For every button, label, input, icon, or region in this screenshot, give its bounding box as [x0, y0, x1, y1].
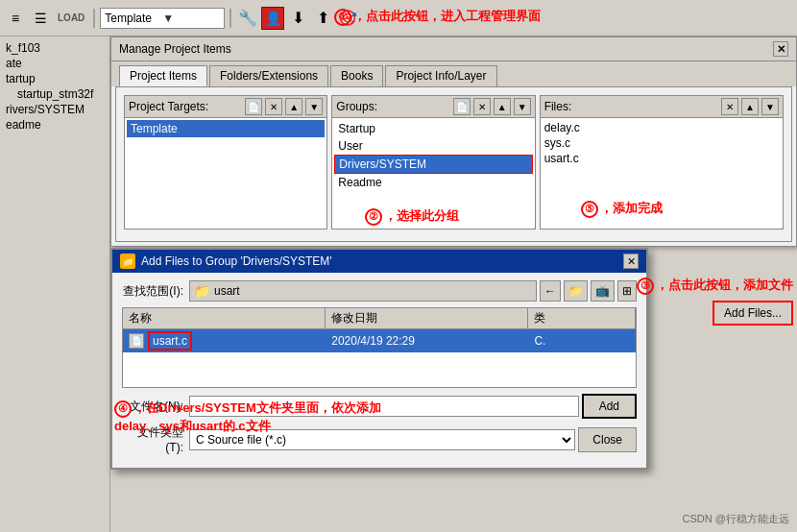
toolbar-icon-1[interactable]: ≡	[4, 7, 27, 30]
filename-control: Add	[189, 394, 637, 419]
targets-del-btn[interactable]: ✕	[265, 98, 282, 115]
files-down-btn[interactable]: ▼	[761, 98, 779, 115]
groups-list: Startup User Drivers/SYSTEM Readme	[332, 118, 534, 193]
files-list: delay.c sys.c usart.c	[541, 118, 783, 168]
targets-down-btn[interactable]: ▼	[305, 98, 323, 115]
groups-header: Groups: 📄 ✕ ▲ ▼	[332, 96, 534, 118]
files-label: Files:	[544, 100, 718, 113]
manage-dialog-close-btn[interactable]: ✕	[773, 41, 788, 57]
load-label: LOAD	[58, 12, 85, 23]
add-files-dialog: 📁 Add Files to Group 'Drivers/SYSTEM' ✕ …	[110, 248, 648, 470]
nav-back-btn[interactable]: ←	[540, 280, 561, 302]
groups-panel: Groups: 📄 ✕ ▲ ▼ Startup User Drivers/SYS…	[331, 95, 535, 230]
filetype-select[interactable]: C Source file (*.c)	[189, 429, 575, 450]
group-drivers-system[interactable]: Drivers/SYSTEM	[334, 155, 532, 174]
sidebar-item-ate[interactable]: ate	[2, 56, 108, 71]
folder-icon: 📁	[194, 283, 210, 299]
toolbar-arrow-up-icon[interactable]: ⬆	[311, 7, 334, 30]
project-targets-header: Project Targets: 📄 ✕ ▲ ▼	[125, 96, 326, 118]
sidebar-item-startup[interactable]: tartup	[2, 71, 108, 86]
toolbar-person-icon[interactable]: 👤	[261, 7, 284, 30]
targets-up-btn[interactable]: ▲	[285, 98, 302, 115]
file-row-usart[interactable]: 📄 usart.c 2020/4/19 22:29 C.	[123, 329, 636, 352]
toolbar-arrow-down-icon[interactable]: ⬇	[286, 7, 309, 30]
separator-2	[229, 9, 231, 28]
look-in-value: usart	[214, 284, 240, 298]
group-user[interactable]: User	[334, 137, 532, 155]
look-in-row: 查找范围(I): 📁 usart ← 📁 📺 ⊞	[122, 280, 637, 302]
project-targets-label: Project Targets:	[129, 100, 242, 113]
toolbar-target-icon[interactable]: 🎯	[336, 7, 359, 30]
add-files-close-btn[interactable]: ✕	[623, 254, 639, 269]
files-up-btn[interactable]: ▲	[741, 98, 759, 115]
add-files-titlebar: 📁 Add Files to Group 'Drivers/SYSTEM' ✕	[112, 250, 646, 273]
nav-grid-btn[interactable]: ⊞	[617, 280, 637, 302]
add-button[interactable]: Add	[582, 394, 637, 419]
group-startup[interactable]: Startup	[334, 120, 532, 137]
manage-dialog: Manage Project Items ✕ Project Items Fol…	[110, 36, 797, 247]
file-list-header: 名称 修改日期 类	[123, 308, 636, 329]
right-buttons-area: ③，点击此按钮，添加文件 Add Files...	[637, 277, 793, 326]
groups-down-btn[interactable]: ▼	[514, 98, 531, 115]
template-label: Template	[105, 12, 162, 25]
nav-folder-btn[interactable]: 📁	[564, 280, 588, 302]
file-usart-c[interactable]: usart.c	[544, 151, 779, 166]
filename-label: 文件名(N):	[122, 399, 189, 415]
col-name-header[interactable]: 名称	[123, 308, 326, 328]
filetype-row: 文件类型(T): C Source file (*.c) Close	[122, 424, 637, 454]
groups-del-btn[interactable]: ✕	[473, 98, 491, 115]
add-files-button[interactable]: Add Files...	[712, 301, 793, 326]
template-dropdown[interactable]: Template ▼	[100, 8, 225, 29]
toolbar-left-icons: ≡ ☰ LOAD Template ▼ 🔧 👤 ⬇ ⬆ 🎯	[4, 7, 359, 30]
filename-input[interactable]	[189, 396, 579, 417]
tab-folders-extensions[interactable]: Folders/Extensions	[209, 65, 328, 86]
toolbar-icon-2[interactable]: ☰	[29, 7, 52, 30]
files-header: Files: ✕ ▲ ▼	[541, 96, 783, 118]
add-files-app-icon: 📁	[120, 254, 135, 269]
toolbar-wrench-icon[interactable]: 🔧	[236, 7, 259, 30]
tab-content-project-items: Project Targets: 📄 ✕ ▲ ▼ Template	[115, 86, 792, 242]
sidebar-item-kf103[interactable]: k_f103	[2, 40, 108, 56]
groups-up-btn[interactable]: ▲	[494, 98, 511, 115]
close-button[interactable]: Close	[578, 427, 637, 452]
columns-area: Project Targets: 📄 ✕ ▲ ▼ Template	[124, 95, 784, 233]
toolbar: ≡ ☰ LOAD Template ▼ 🔧 👤 ⬇ ⬆ 🎯	[0, 0, 797, 36]
csdn-watermark: CSDN @行稳方能走远	[683, 512, 789, 526]
manage-dialog-title: Manage Project Items	[119, 42, 231, 56]
target-template[interactable]: Template	[127, 120, 325, 137]
look-in-folder-display: 📁 usart	[189, 280, 537, 302]
groups-new-btn[interactable]: 📄	[453, 98, 471, 115]
groups-label: Groups:	[336, 100, 449, 113]
file-usart-c-label: usart.c	[148, 331, 192, 351]
tab-project-info-layer[interactable]: Project Info/Layer	[385, 65, 496, 86]
tab-bar: Project Items Folders/Extensions Books P…	[111, 61, 796, 86]
sidebar-item-readme[interactable]: eadme	[2, 117, 108, 133]
look-in-control: 📁 usart ← 📁 📺 ⊞	[189, 280, 637, 302]
filetype-control: C Source file (*.c) Close	[189, 427, 637, 452]
file-icon: 📄	[129, 333, 144, 349]
file-sys-c[interactable]: sys.c	[544, 135, 779, 151]
tab-books[interactable]: Books	[330, 65, 383, 86]
nav-view-btn[interactable]: 📺	[591, 280, 615, 302]
add-files-title: Add Files to Group 'Drivers/SYSTEM'	[141, 254, 332, 268]
col-date-header: 修改日期	[326, 308, 528, 328]
sidebar-item-startup-stm32[interactable]: startup_stm32f	[2, 86, 108, 102]
project-targets-list: Template	[125, 118, 326, 139]
targets-new-btn[interactable]: 📄	[245, 98, 262, 115]
file-list-area: 名称 修改日期 类 📄 usart.c 2020/4/19 22:29 C.	[122, 307, 637, 388]
dropdown-arrow-icon: ▼	[162, 12, 220, 25]
tab-project-items[interactable]: Project Items	[119, 65, 207, 86]
annotation-3: ③，点击此按钮，添加文件	[637, 277, 793, 295]
project-targets-panel: Project Targets: 📄 ✕ ▲ ▼ Template	[124, 95, 327, 230]
filename-row: 文件名(N): Add	[122, 394, 637, 419]
main-area: k_f103 ate tartup startup_stm32f rivers/…	[0, 36, 797, 532]
sidebar-item-drivers-system[interactable]: rivers/SYSTEM	[2, 102, 108, 117]
file-delay-c[interactable]: delay.c	[544, 120, 779, 135]
add-files-body: 查找范围(I): 📁 usart ← 📁 📺 ⊞	[112, 273, 646, 468]
group-readme[interactable]: Readme	[334, 174, 532, 191]
col-type-header: 类	[528, 308, 636, 328]
file-list-body: 📄 usart.c 2020/4/19 22:29 C.	[123, 329, 636, 387]
files-del-btn[interactable]: ✕	[721, 98, 738, 115]
files-panel: Files: ✕ ▲ ▼ delay.c sys.c usart.c	[540, 95, 784, 230]
look-in-label: 查找范围(I):	[122, 283, 189, 300]
